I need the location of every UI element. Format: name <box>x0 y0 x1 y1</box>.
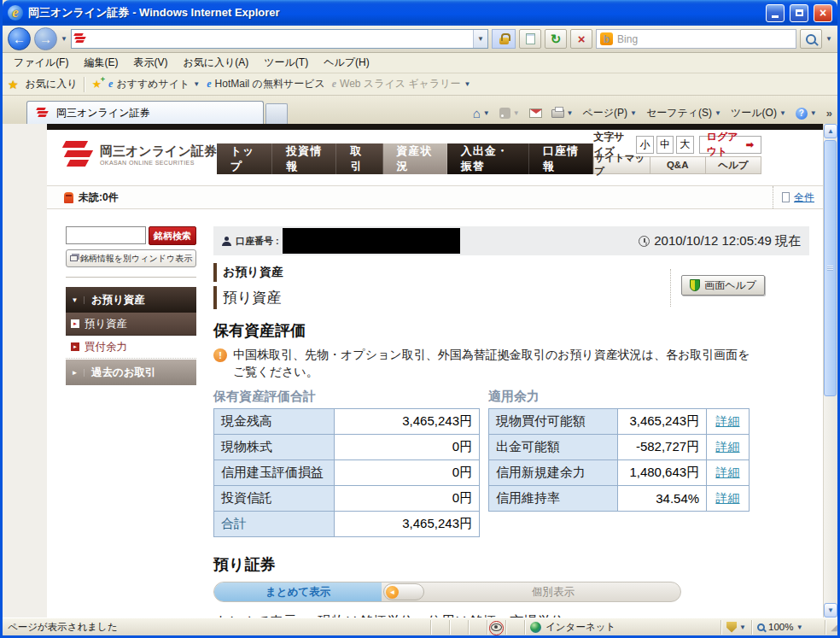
protected-mode-button[interactable]: ▼ <box>721 620 752 635</box>
favorites-label[interactable]: お気に入り <box>26 77 78 91</box>
open-symbol-window-button[interactable]: 銘柄情報を別ウィンドウ表示 <box>66 249 196 267</box>
vertical-scrollbar[interactable]: ▲ ▼ <box>823 124 837 618</box>
toggle-knob[interactable]: ◄ <box>383 583 424 600</box>
menu-favorites[interactable]: お気に入り(A) <box>175 53 256 73</box>
minimize-button[interactable] <box>766 4 785 22</box>
add-favorite-icon[interactable]: ★ <box>91 78 102 91</box>
tab-favicon <box>37 108 49 119</box>
sidebar-section-assets[interactable]: ▼ お預り資産 <box>66 287 196 313</box>
status-panel <box>450 620 469 635</box>
bing-icon: b <box>600 32 613 45</box>
font-size-large-button[interactable]: 大 <box>676 136 693 154</box>
help-link[interactable]: ヘルプ <box>706 157 761 173</box>
table-row: 出金可能額 -582,727円 詳細 <box>489 435 750 460</box>
security-zone: インターネット <box>525 620 721 635</box>
site-favicon <box>74 33 86 44</box>
page-menu-button[interactable]: ページ(P)▼ <box>583 106 637 120</box>
feeds-button[interactable]: ▼ <box>499 108 520 119</box>
history-dropdown-icon[interactable]: ▼ <box>61 35 67 43</box>
search-options-dropdown-icon[interactable]: ▼ <box>825 35 832 43</box>
menu-file[interactable]: ファイル(F) <box>6 53 76 73</box>
scrollbar-thumb[interactable] <box>824 140 837 396</box>
detail-link[interactable]: 詳細 <box>716 440 740 454</box>
unread-count: 未読:0件 <box>79 190 119 205</box>
qa-link[interactable]: Q&A <box>650 157 706 173</box>
sidebar-item-deposit-assets[interactable]: ► 預り資産 <box>66 313 196 336</box>
detail-link[interactable]: 詳細 <box>716 465 740 479</box>
toggle-grouped-option[interactable]: まとめて表示 <box>214 582 382 601</box>
arrow-right-icon: ► <box>71 342 79 351</box>
favorite-web-slice-gallery[interactable]: e Web スライス ギャラリー▼ <box>332 77 471 91</box>
all-messages-link[interactable]: 全件 <box>794 190 814 205</box>
resize-grip[interactable]: ◢ <box>825 623 837 632</box>
nav-account-info[interactable]: 口座情報 <box>529 143 593 174</box>
nav-invest-info[interactable]: 投資情報 <box>272 143 336 174</box>
menu-edit[interactable]: 編集(E) <box>76 53 125 73</box>
menu-help[interactable]: ヘルプ(H) <box>316 53 377 73</box>
font-size-medium-button[interactable]: 中 <box>656 136 674 154</box>
sidebar-item-buying-power[interactable]: ► 買付余力 <box>66 336 196 359</box>
toolbar-overflow-chevron[interactable]: » <box>826 107 832 120</box>
new-tab-button[interactable] <box>265 103 288 124</box>
font-size-small-button[interactable]: 小 <box>636 136 653 154</box>
tab-okasan[interactable]: 岡三オンライン証券 <box>26 101 264 124</box>
nav-top[interactable]: トップ <box>217 143 272 174</box>
nav-deposit-transfer[interactable]: 入出金・振替 <box>447 143 529 174</box>
maximize-button[interactable] <box>790 4 808 22</box>
detail-link[interactable]: 詳細 <box>716 491 740 505</box>
margin-capacity-table: 適用余力 現物買付可能額 3,465,243円 詳細 出金可能額 <box>488 389 750 537</box>
toggle-individual-option[interactable]: 個別表示 <box>426 582 680 601</box>
tab-title: 岡三オンライン証券 <box>56 106 149 120</box>
forward-button[interactable]: → <box>34 27 57 50</box>
section-heading-securities: 預り証券 <box>213 554 809 575</box>
refresh-button[interactable]: ↻ <box>545 29 567 49</box>
stop-button[interactable]: × <box>570 29 592 49</box>
detail-link[interactable]: 詳細 <box>716 414 740 428</box>
sitemap-link[interactable]: サイトマップ <box>594 157 650 173</box>
command-bar: ⌂▼ ▼ ▼ ページ(P)▼ セーフティ(S)▼ ツール(O)▼ ?▼ » <box>288 106 834 124</box>
zoom-control[interactable]: 100% ▼ <box>752 620 825 635</box>
safety-menu-button[interactable]: セーフティ(S)▼ <box>646 106 721 120</box>
table-title: 保有資産評価合計 <box>213 389 480 405</box>
globe-icon <box>530 622 541 633</box>
symbol-search-input[interactable] <box>66 226 146 244</box>
tools-menu-button[interactable]: ツール(O)▼ <box>731 106 786 120</box>
print-button[interactable]: ▼ <box>551 109 574 118</box>
address-dropdown-icon[interactable]: ▼ <box>473 30 487 48</box>
favorite-hotmail[interactable]: e HotMail の無料サービス <box>207 77 324 91</box>
status-message: ページが表示されました <box>3 620 431 635</box>
back-button[interactable]: ← <box>8 27 31 50</box>
scroll-down-icon[interactable]: ▼ <box>824 603 837 618</box>
logout-button[interactable]: ログアウト➡ <box>699 136 761 154</box>
close-button[interactable]: × <box>814 4 832 22</box>
table-row: 信用維持率 34.54% 詳細 <box>489 486 750 512</box>
screen-help-button[interactable]: 画面ヘルプ <box>681 275 765 296</box>
tab-bar: 岡三オンライン証券 ⌂▼ ▼ ▼ ページ(P)▼ セーフティ(S)▼ ツール(O… <box>3 96 837 124</box>
search-box[interactable]: b Bing <box>596 29 796 49</box>
address-input[interactable] <box>89 31 473 47</box>
nav-assets-active[interactable]: 資産状況 <box>383 143 447 174</box>
favorite-suggested-sites[interactable]: e おすすめサイト▼ <box>108 77 200 91</box>
site-logo[interactable]: 岡三オンライン証券 OKASAN ONLINE SECURITIES <box>64 139 217 170</box>
sidebar-section-past-trades[interactable]: ► 過去のお取引 <box>66 360 196 385</box>
ie-help-button[interactable]: ?▼ <box>796 108 817 120</box>
menu-tools[interactable]: ツール(T) <box>256 53 316 73</box>
address-bar[interactable]: ▼ <box>71 29 488 49</box>
notice-bar: 未読:0件 全件 <box>47 185 823 209</box>
search-button[interactable] <box>800 29 822 49</box>
ie-favicon: e <box>207 78 211 91</box>
table-title: 適用余力 <box>488 389 750 405</box>
menu-view[interactable]: 表示(V) <box>125 53 175 73</box>
scrollbar-track[interactable] <box>824 138 837 603</box>
mail-button[interactable] <box>529 108 542 118</box>
webpage: 岡三オンライン証券 OKASAN ONLINE SECURITIES トップ 投… <box>47 124 823 618</box>
privacy-eye-icon[interactable] <box>487 620 506 635</box>
display-mode-toggle[interactable]: まとめて表示 ◄ 個別表示 <box>213 582 681 602</box>
favorites-star-icon[interactable]: ★ <box>8 78 19 91</box>
compatibility-view-button[interactable] <box>519 29 541 49</box>
scroll-up-icon[interactable]: ▲ <box>824 124 837 138</box>
symbol-search-button[interactable]: 銘柄検索 <box>149 226 196 245</box>
table-row: 信用新規建余力 1,480,643円 詳細 <box>489 460 750 486</box>
home-button[interactable]: ⌂▼ <box>473 107 490 120</box>
nav-trade[interactable]: 取引 <box>336 143 382 174</box>
